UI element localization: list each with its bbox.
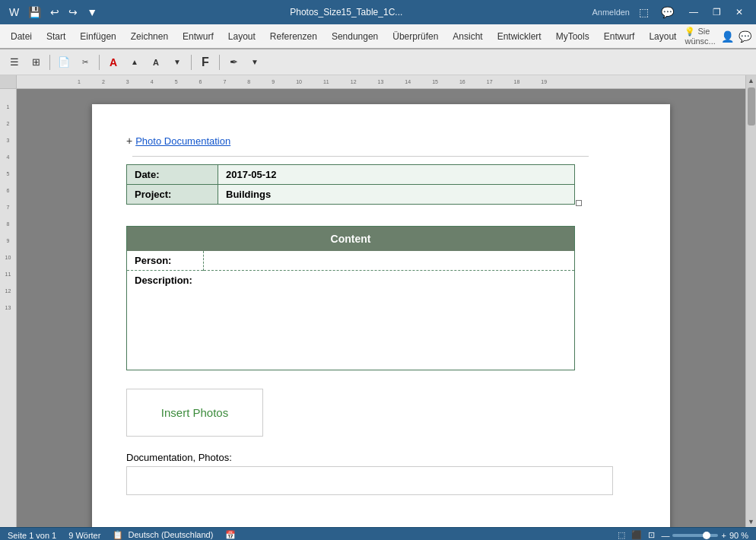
- menu-zeichnen[interactable]: Zeichnen: [125, 29, 174, 44]
- page-scroll-area[interactable]: + Photo Documentation Date: 2017-05-12 P…: [17, 89, 745, 527]
- pen-dropdown-btn[interactable]: ▼: [245, 52, 265, 72]
- doc-photos-box[interactable]: [126, 466, 613, 495]
- cut-btn[interactable]: ✂: [75, 52, 95, 72]
- zoom-control: — + 90 %: [661, 531, 748, 540]
- status-right: ⬚ ⬛ ⊡ — + 90 %: [618, 530, 748, 540]
- doc-btn[interactable]: 📄: [54, 52, 74, 72]
- content-area: 1 2 3 4 5 6 7 8 9 10 11 12 13 1 2 3: [0, 75, 756, 527]
- zoom-plus-btn[interactable]: +: [721, 531, 726, 540]
- horizontal-ruler: 1 2 3 4 5 6 7 8 9 10 11 12 13 14 15 16 1…: [17, 75, 745, 89]
- resize-handle[interactable]: [576, 200, 582, 206]
- bold-btn[interactable]: F: [195, 52, 215, 72]
- doc-photos-section: Documentation, Photos:: [126, 452, 613, 495]
- page-column: 1 2 3 4 5 6 7 8 9 10 11 12 13 14 15 16 1…: [17, 75, 745, 527]
- content-header: Content: [127, 227, 574, 251]
- login-label[interactable]: Anmelden: [592, 8, 630, 17]
- scrollbar-right[interactable]: ▲ ▼: [745, 75, 756, 527]
- insert-photos-area[interactable]: Insert Photos: [126, 389, 263, 437]
- zoom-level: 90 %: [729, 531, 748, 540]
- zoom-minus-btn[interactable]: —: [661, 531, 669, 540]
- minimize-button[interactable]: —: [683, 5, 704, 20]
- table-row: Date: 2017-05-12: [127, 165, 575, 185]
- menu-entwicklert[interactable]: Entwicklert: [491, 29, 548, 44]
- font-a-small-btn[interactable]: A: [146, 52, 166, 72]
- menu-start[interactable]: Start: [40, 29, 71, 44]
- person-row: Person:: [127, 251, 574, 271]
- menu-mytools[interactable]: MyTools: [550, 29, 596, 44]
- separator-4: [219, 55, 220, 70]
- scroll-down-btn[interactable]: ▼: [746, 516, 756, 527]
- word-count: 9 Wörter: [68, 531, 100, 540]
- pen-btn[interactable]: ✒: [224, 52, 243, 72]
- separator-3: [191, 55, 192, 70]
- lang-icon: 📋: [113, 530, 123, 539]
- page-count: Seite 1 von 1: [8, 531, 56, 540]
- view-icon-1[interactable]: ⬚: [618, 530, 625, 540]
- menu-entwurf2[interactable]: Entwurf: [598, 29, 641, 44]
- sie-wuensche: 💡 Sie wünsc...: [685, 27, 716, 46]
- share-icon[interactable]: ⬚: [636, 5, 652, 20]
- lang-indicator[interactable]: 📋 Deutsch (Deutschland): [113, 530, 213, 540]
- save-icon[interactable]: 💾: [25, 5, 44, 20]
- info-table: Date: 2017-05-12 Project: Buildings: [126, 164, 575, 205]
- heading-divider: [132, 156, 589, 157]
- menu-layout2[interactable]: Layout: [643, 29, 682, 44]
- close-button[interactable]: ✕: [729, 5, 750, 20]
- project-value[interactable]: Buildings: [218, 185, 575, 205]
- person-value[interactable]: [203, 251, 574, 271]
- zoom-slider[interactable]: [672, 534, 718, 537]
- menu-einfuegen[interactable]: Einfügen: [74, 29, 122, 44]
- date-value[interactable]: 2017-05-12: [218, 165, 575, 185]
- content-table: Content Person: Description:: [126, 226, 575, 370]
- font-down-btn[interactable]: ▼: [167, 52, 187, 72]
- menu-layout[interactable]: Layout: [222, 29, 262, 44]
- customize-icon[interactable]: ▼: [84, 5, 100, 20]
- menu-referenzen[interactable]: Referenzen: [264, 29, 323, 44]
- scroll-track[interactable]: [747, 86, 756, 516]
- doc-heading-area: + Photo Documentation: [126, 135, 632, 147]
- scroll-up-btn[interactable]: ▲: [746, 75, 756, 86]
- menu-ansicht[interactable]: Ansicht: [446, 29, 488, 44]
- word-icon: W: [6, 5, 22, 20]
- menu-datei[interactable]: Datei: [5, 29, 38, 44]
- menu-entwurf[interactable]: Entwurf: [176, 29, 220, 44]
- photo-documentation-heading: Photo Documentation: [135, 135, 230, 147]
- insert-photos-button[interactable]: Insert Photos: [161, 406, 228, 419]
- comment-icon[interactable]: 💬: [658, 5, 677, 20]
- grid-btn[interactable]: ☰: [5, 52, 24, 72]
- person-label: Person:: [127, 251, 203, 271]
- menu-ueberpruefen[interactable]: Überprüfen: [386, 29, 444, 44]
- undo-icon[interactable]: ↩: [47, 5, 62, 20]
- title-bar-left-controls: W 💾 ↩ ↪ ▼: [6, 5, 100, 20]
- expand-icon[interactable]: +: [126, 135, 132, 147]
- separator-1: [49, 55, 50, 70]
- menu-sendungen[interactable]: Sendungen: [326, 29, 384, 44]
- maximize-button[interactable]: ❐: [706, 5, 727, 20]
- title-bar-filename: Photos_Size15_Table_1C...: [106, 7, 586, 17]
- view-icon-2[interactable]: ⬛: [631, 530, 642, 540]
- description-label: Description:: [127, 271, 203, 370]
- user-icon[interactable]: 👤: [721, 30, 734, 43]
- description-value[interactable]: [203, 271, 574, 370]
- calendar-icon: 📅: [225, 530, 236, 540]
- status-bar: Seite 1 von 1 9 Wörter 📋 Deutsch (Deutsc…: [0, 527, 756, 540]
- description-row: Description:: [127, 271, 574, 370]
- redo-icon[interactable]: ↪: [65, 5, 81, 20]
- vertical-ruler: 1 2 3 4 5 6 7 8 9 10 11 12 13: [0, 75, 17, 527]
- table-row: Project: Buildings: [127, 185, 575, 205]
- window-controls: — ❐ ✕: [683, 5, 750, 20]
- table-btn[interactable]: ⊞: [26, 52, 46, 72]
- menu-bar: Datei Start Einfügen Zeichnen Entwurf La…: [0, 24, 756, 49]
- scroll-thumb[interactable]: [748, 87, 755, 125]
- doc-photos-label: Documentation, Photos:: [126, 452, 613, 463]
- font-up-btn[interactable]: ▲: [125, 52, 145, 72]
- formatting-toolbar: ☰ ⊞ 📄 ✂ A ▲ A ▼ F ✒ ▼: [0, 49, 756, 75]
- view-icon-3[interactable]: ⊡: [648, 530, 655, 540]
- title-bar: W 💾 ↩ ↪ ▼ Photos_Size15_Table_1C... Anme…: [0, 0, 756, 24]
- font-a-large-btn[interactable]: A: [103, 52, 123, 72]
- zoom-thumb[interactable]: [703, 532, 710, 539]
- separator-2: [99, 55, 100, 70]
- page: + Photo Documentation Date: 2017-05-12 P…: [92, 104, 670, 527]
- project-label: Project:: [127, 185, 218, 205]
- comment-icon2[interactable]: 💬: [739, 30, 751, 43]
